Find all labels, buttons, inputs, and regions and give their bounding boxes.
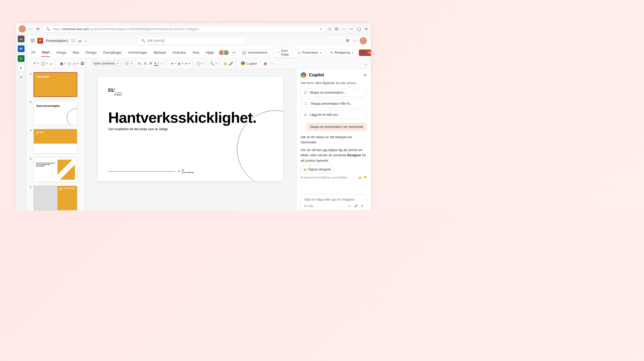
thumbnail-5[interactable]: Kultur och människor här. — [33, 186, 77, 210]
section-button[interactable]: ▭ — [73, 62, 79, 65]
paste-button[interactable]: 📋 — [41, 62, 48, 65]
thumbnail-1[interactable]: VanArsdel — [33, 72, 77, 97]
bold-button[interactable]: F — [150, 62, 152, 65]
search-box[interactable]: 🔍 Sök (Alt+Q) — [138, 37, 246, 44]
document-title[interactable]: Presentation1 — [46, 39, 68, 43]
slide-canvas[interactable]: 01/ Kapitel Hantverksskicklighet. Gör kv… — [85, 69, 296, 210]
search-icon: 🔍 — [46, 27, 50, 31]
mic-icon[interactable]: 🎤 — [354, 204, 358, 208]
people-count[interactable]: +4 — [230, 50, 237, 56]
home-app-icon[interactable]: ▭ — [18, 36, 24, 42]
user-message: Skapa en presentation om VanArsdel — [307, 123, 367, 131]
tab-hjalp[interactable]: Hjälp — [205, 49, 214, 56]
shapes-button[interactable]: ◯ — [197, 62, 203, 65]
powerpoint-logo-icon: P — [37, 38, 43, 44]
copilot-text-input[interactable] — [304, 198, 363, 201]
undo-button[interactable]: ↶ — [33, 62, 39, 65]
thumbnail-4[interactable]: "En person utan fantasi är som en tepåse… — [33, 157, 77, 182]
user-avatar[interactable] — [360, 37, 367, 44]
thumbnail-3[interactable]: Om oss. → — [33, 129, 77, 154]
tab-rita[interactable]: Rita — [72, 49, 80, 56]
suggestion-add-slide[interactable]: ▭Lägg till en bild om... — [301, 110, 367, 119]
new-slide-button[interactable]: ▦ — [60, 62, 66, 65]
copilot-title: Copilot — [309, 72, 361, 78]
layout-button[interactable]: ▢ — [68, 62, 71, 65]
close-panel-icon[interactable]: ✕ — [363, 73, 367, 78]
close-icon[interactable]: ✕ — [365, 27, 368, 31]
copilot-input[interactable]: 0/2 000 ▭ 🎤 ➤ — [301, 194, 367, 210]
presence-people[interactable]: +4 — [220, 50, 237, 56]
format-painter-button[interactable]: 🖌 — [50, 62, 53, 65]
editing-mode-button[interactable]: ✎Redigering — [327, 49, 357, 56]
present-button[interactable]: ▭Presentera — [294, 49, 325, 56]
font-color-button[interactable]: A — [154, 61, 159, 66]
back-icon[interactable]: ← — [28, 27, 33, 31]
increase-font-icon[interactable]: A↑ — [138, 62, 142, 65]
comments-button[interactable]: 💬Kommentarer — [239, 49, 271, 56]
comment-icon: 💬 — [242, 51, 247, 55]
font-size-select[interactable]: 11▾ — [123, 61, 136, 66]
collections-icon[interactable]: ⧉ — [335, 27, 338, 31]
minimize-icon[interactable]: — — [349, 27, 353, 31]
tab-bildspel[interactable]: Bildspel — [153, 49, 166, 56]
copilot-ribbon-button[interactable]: Copilot — [238, 60, 260, 67]
sync-icon[interactable]: ☁ — [78, 39, 81, 43]
suggestion-from-file[interactable]: 📄Skapa presentation från fil... — [301, 99, 367, 108]
toolbar-more-icon[interactable]: ⋯ — [270, 62, 274, 65]
tab-start[interactable]: Start — [41, 49, 50, 57]
bullets-button[interactable]: ≡ — [171, 62, 176, 65]
image-button[interactable]: 🖼 — [81, 62, 84, 65]
tab-overgangar[interactable]: Övergångar — [103, 49, 122, 56]
excel-app-icon[interactable]: X — [18, 55, 24, 62]
add-app-icon[interactable]: + — [20, 75, 22, 80]
current-slide[interactable]: 01/ Kapitel Hantverksskicklighet. Gör kv… — [98, 77, 283, 181]
copilot-icon — [241, 61, 245, 65]
url-protocol: https:// — [53, 27, 63, 31]
word-app-icon[interactable]: W — [18, 45, 24, 52]
decrease-font-icon[interactable]: A↓ — [144, 62, 148, 65]
more-icon[interactable]: ⋯ — [352, 38, 357, 43]
more-font-icon[interactable]: ⋯ — [161, 62, 164, 65]
present-icon: ▭ — [298, 51, 301, 55]
suggestion-create-presentation[interactable]: ▢Skapa en presentation... — [301, 88, 367, 97]
tab-infoga[interactable]: Infoga — [56, 49, 67, 56]
attach-icon[interactable]: ▭ — [348, 204, 351, 208]
url-path: /:w:/t/EaCKkPs6AchIjwULn3060f4Bvb8jyIAFW… — [89, 27, 199, 31]
thumbs-down-icon[interactable]: 👎 — [363, 176, 367, 179]
settings-gear-icon[interactable]: ⚙ — [346, 38, 349, 43]
catch-up-button[interactable]: 〰Kom ikapp — [273, 47, 292, 58]
thumb-number: 3 — [30, 129, 32, 154]
copilot-intro: Det finns olika åtgärder du kan prova... — [301, 81, 367, 85]
send-icon[interactable]: ➤ — [361, 204, 363, 208]
shield-icon[interactable]: 🛡 — [71, 39, 75, 43]
favorites-icon[interactable]: ✩ — [328, 27, 332, 31]
profile-avatar[interactable] — [19, 25, 26, 32]
tab-animeringar[interactable]: Animeringar — [128, 49, 148, 56]
powerpoint-app-icon[interactable]: P — [18, 65, 24, 72]
grid-view-icon[interactable]: ▦ — [264, 62, 267, 65]
address-bar[interactable]: 🔍 https://onedrive.live.com/:w:/t/EaCKkP… — [43, 26, 326, 32]
dictate-button[interactable]: 🎤 — [229, 62, 233, 65]
refresh-icon[interactable]: ⟳ — [36, 27, 40, 31]
find-button[interactable]: 🔍 — [210, 62, 217, 65]
tab-design[interactable]: Design — [85, 49, 97, 56]
tab-granska[interactable]: Granska — [172, 49, 186, 56]
thumbnail-2[interactable]: Hantverksskicklighet. — [33, 101, 77, 125]
designer-button[interactable]: ▦ — [224, 62, 227, 65]
numbering-button[interactable]: ≣ — [178, 62, 183, 65]
title-dropdown[interactable] — [84, 38, 86, 43]
ribbon-tabs: Fil Start Infoga Rita Design Övergångar … — [27, 46, 371, 58]
thumbs-up-icon[interactable]: 👍 — [358, 176, 361, 179]
open-designer-button[interactable]: ▦Öppna designer — [301, 166, 334, 173]
share-button[interactable]: 👤Dela▾ — [359, 50, 371, 56]
favorite-star-icon[interactable]: ✩ — [319, 27, 322, 31]
tab-fil[interactable]: Fil — [31, 49, 36, 56]
font-family-select[interactable]: Aptos (brödtext)▾ — [91, 61, 121, 66]
add-slide-icon: ▭ — [304, 113, 307, 117]
maximize-icon[interactable]: ▢ — [357, 27, 361, 31]
more-icon[interactable]: ⋯ — [342, 27, 346, 31]
app-launcher-icon[interactable] — [31, 39, 34, 42]
align-button[interactable]: ≡ — [185, 62, 190, 65]
collapse-ribbon-icon[interactable]: ⌄ — [364, 62, 367, 65]
tab-visa[interactable]: Visa — [192, 49, 200, 56]
